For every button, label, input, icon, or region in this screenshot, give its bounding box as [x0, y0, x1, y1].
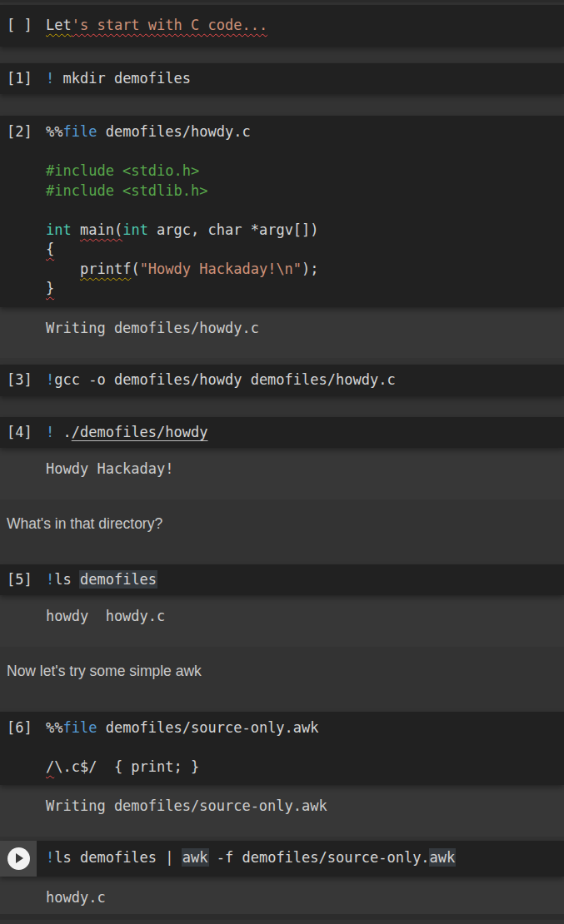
- file-link[interactable]: /demofiles/howdy: [72, 424, 208, 440]
- code-line[interactable]: #include <stdlib.h>: [46, 181, 564, 201]
- bang-token: !: [46, 849, 54, 866]
- execution-count: [6]: [7, 718, 32, 738]
- bang-token: !: [46, 70, 54, 87]
- code-line[interactable]: !ls demofiles: [46, 570, 564, 590]
- output-text: Writing demofiles/howdy.c: [46, 320, 259, 336]
- code-token: [46, 261, 80, 277]
- running-cell-output: howdy.c: [0, 877, 564, 915]
- output-text: howdy howdy.c: [46, 608, 165, 624]
- cell-2[interactable]: [2] %%file demofiles/howdy.c #include <s…: [0, 116, 564, 307]
- code-token: demofiles/howdy.c: [97, 123, 250, 140]
- string-token: "Howdy Hackaday!\n": [140, 261, 302, 277]
- markdown-cell[interactable]: What's in that directory?: [0, 499, 564, 564]
- code-token: gcc -o demofiles/howdy demofiles/howdy.c: [54, 371, 395, 388]
- cell-4[interactable]: [4] ! ./demofiles/howdy: [0, 417, 564, 449]
- code-token: \.c$/ { print; }: [54, 758, 199, 775]
- code-line[interactable]: !gcc -o demofiles/howdy demofiles/howdy.…: [46, 370, 564, 390]
- highlighted-word: demofiles: [80, 571, 157, 588]
- code-token: %%: [46, 123, 62, 140]
- code-line[interactable]: %%file demofiles/howdy.c: [46, 122, 564, 142]
- cell-3[interactable]: [3] !gcc -o demofiles/howdy demofiles/ho…: [0, 365, 564, 396]
- code-line[interactable]: int main(int argc, char *argv[]): [46, 221, 564, 241]
- code-line[interactable]: [46, 738, 564, 758]
- code-line[interactable]: !ls demofiles | awk -f demofiles/source-…: [46, 848, 564, 868]
- magic-token: file: [62, 719, 97, 736]
- code-line[interactable]: printf("Howdy Hackaday!\n");: [46, 260, 564, 280]
- code-line[interactable]: [46, 201, 564, 221]
- cell-5[interactable]: [5] !ls demofiles: [0, 564, 564, 596]
- highlighted-word: awk: [182, 849, 208, 866]
- code-line[interactable]: #include <stdio.h>: [46, 161, 564, 181]
- output-text: howdy.c: [46, 889, 106, 906]
- cell-6[interactable]: [6] %%file demofiles/source-only.awk /\.…: [0, 712, 564, 786]
- run-cell-button[interactable]: [7, 847, 30, 870]
- highlighted-word: awk: [430, 849, 456, 866]
- markdown-cell[interactable]: Now let's try some simple awk: [0, 647, 564, 712]
- notebook: [ ] Let's start with C code... [1] ! mkd…: [0, 0, 564, 920]
- code-token: int: [122, 221, 148, 238]
- code-line[interactable]: {: [46, 240, 564, 260]
- code-token: main(: [80, 221, 122, 238]
- code-token: }: [46, 280, 54, 296]
- code-token: );: [302, 261, 318, 277]
- code-token: #include <stdio.h>: [46, 162, 199, 179]
- code-token: #include <stdlib.h>: [46, 182, 207, 199]
- bang-token: !: [46, 371, 54, 388]
- code-token: /: [46, 758, 54, 775]
- code-line[interactable]: ! mkdir demofiles: [46, 69, 564, 89]
- output-text: Writing demofiles/source-only.awk: [46, 797, 327, 814]
- bang-token: !: [46, 571, 54, 588]
- cell-5-output: howdy howdy.c: [0, 595, 564, 647]
- code-token: ls demofiles |: [54, 849, 182, 866]
- code-line[interactable]: ! ./demofiles/howdy: [46, 423, 564, 443]
- execution-count: [ ]: [7, 16, 32, 36]
- execution-count: [1]: [7, 69, 32, 89]
- code-token: [72, 221, 80, 238]
- code-token: printf: [80, 261, 131, 277]
- execution-count: [4]: [7, 423, 32, 443]
- play-icon: [16, 853, 23, 863]
- code-token: 's start with C code...: [72, 17, 267, 33]
- code-token: ls: [54, 571, 80, 588]
- code-token: {: [46, 241, 54, 257]
- execution-count: [5]: [7, 570, 32, 590]
- code-token: -f demofiles/source-only.: [208, 849, 430, 866]
- execution-count: [2]: [7, 122, 32, 142]
- bang-token: !: [46, 424, 54, 440]
- markdown-text: Now let's try some simple awk: [7, 663, 202, 679]
- code-token: int: [46, 221, 72, 238]
- output-text: Howdy Hackaday!: [46, 460, 174, 477]
- top-shadow-strip: [0, 0, 564, 2]
- code-token: mkdir demofiles: [54, 70, 191, 87]
- cell-6-output: Writing demofiles/source-only.awk: [0, 785, 564, 837]
- magic-token: file: [62, 123, 97, 140]
- bottom-shadow-strip: [0, 914, 564, 920]
- markdown-text: What's in that directory?: [7, 515, 162, 532]
- code-token: demofiles/source-only.awk: [97, 719, 318, 736]
- code-token: .: [54, 424, 71, 440]
- code-token: (: [131, 261, 139, 277]
- cell-4-output: Howdy Hackaday!: [0, 448, 564, 499]
- cell-running[interactable]: !ls demofiles | awk -f demofiles/source-…: [0, 841, 564, 877]
- cell-pending[interactable]: [ ] Let's start with C code...: [0, 5, 564, 47]
- code-line[interactable]: }: [46, 279, 564, 299]
- code-token: argc, char *argv[]): [148, 221, 319, 238]
- cell-1[interactable]: [1] ! mkdir demofiles: [0, 63, 564, 95]
- code-token: Let: [46, 17, 72, 33]
- code-token: %%: [46, 719, 62, 736]
- code-line[interactable]: Let's start with C code...: [46, 16, 564, 36]
- cell-2-output: Writing demofiles/howdy.c: [0, 307, 564, 359]
- execution-count: [3]: [7, 370, 32, 390]
- run-gutter: [0, 841, 37, 877]
- code-line[interactable]: /\.c$/ { print; }: [46, 758, 564, 777]
- code-line[interactable]: %%file demofiles/source-only.awk: [46, 718, 564, 738]
- code-line[interactable]: [46, 142, 564, 162]
